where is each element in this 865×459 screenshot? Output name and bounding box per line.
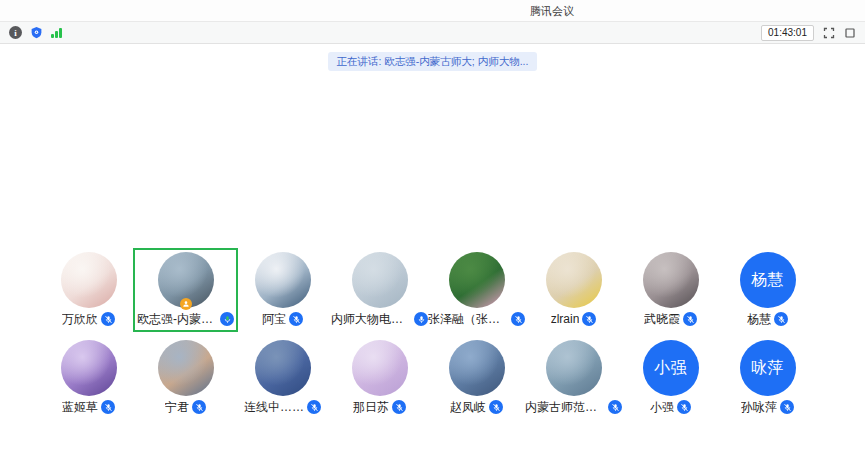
- participant-avatar: [61, 252, 117, 308]
- participant-grid: 万欣欣 欧志强-内蒙古师... 阿宝: [40, 252, 816, 416]
- participant-avatar: [158, 340, 214, 396]
- network-signal-icon[interactable]: [51, 27, 62, 38]
- participant-tile[interactable]: 连线中……: [234, 340, 331, 416]
- participant-name-row: 张泽融（张院生）: [428, 312, 525, 326]
- toolbar-right-group: 01:43:01: [761, 25, 856, 41]
- mic-status-icon: [289, 312, 303, 326]
- participant-name: 张泽融（张院生）: [428, 312, 508, 326]
- participant-tile[interactable]: 那日苏: [331, 340, 428, 416]
- participant-avatar: [61, 340, 117, 396]
- mic-status-icon: [511, 312, 525, 326]
- participant-name-row: 欧志强-内蒙古师...: [137, 312, 234, 326]
- window-title: 腾讯会议: [530, 4, 574, 19]
- participant-avatar: [546, 252, 602, 308]
- mic-status-icon: [780, 400, 794, 414]
- participant-tile[interactable]: 赵凤岐: [428, 340, 525, 416]
- meeting-window: 腾讯会议 i 01:43:01: [0, 0, 865, 459]
- participant-name-row: 内师大物电院巴...: [331, 312, 428, 326]
- participant-name-row: 蓝姬草: [62, 400, 115, 414]
- participant-name: 那日苏: [353, 400, 389, 414]
- mic-status-icon: [677, 400, 691, 414]
- participant-name: 内蒙古师范大学...: [525, 400, 605, 414]
- participant-name: 宁君: [165, 400, 189, 414]
- mic-status-icon: [101, 400, 115, 414]
- participant-avatar: 小强: [643, 340, 699, 396]
- participant-name: 阿宝: [262, 312, 286, 326]
- fullscreen-icon[interactable]: [823, 27, 835, 39]
- participant-tile[interactable]: 宁君: [137, 340, 234, 416]
- mic-status-icon: [192, 400, 206, 414]
- participant-name-row: 赵凤岐: [450, 400, 503, 414]
- participant-tile[interactable]: 杨慧 杨慧: [719, 252, 816, 328]
- speaking-banner: 正在讲话: 欧志强-内蒙古师大; 内师大物...: [328, 52, 538, 71]
- titlebar: 腾讯会议: [0, 0, 865, 21]
- participant-tile[interactable]: zlrain: [525, 252, 622, 328]
- participant-name-row: 杨慧: [747, 312, 788, 326]
- participant-avatar: [352, 252, 408, 308]
- mic-status-icon: [582, 312, 596, 326]
- participant-tile[interactable]: 万欣欣: [40, 252, 137, 328]
- participant-avatar: [449, 340, 505, 396]
- participant-name: 孙咏萍: [741, 400, 777, 414]
- mic-status-icon: [683, 312, 697, 326]
- participant-name: 小强: [650, 400, 674, 414]
- participant-name-row: 内蒙古师范大学...: [525, 400, 622, 414]
- participant-avatar: [449, 252, 505, 308]
- mic-status-icon: [774, 312, 788, 326]
- mic-status-icon: [392, 400, 406, 414]
- participant-name-row: 小强: [650, 400, 691, 414]
- participant-name: 蓝姬草: [62, 400, 98, 414]
- mic-status-icon: [220, 312, 234, 326]
- participant-tile[interactable]: 蓝姬草: [40, 340, 137, 416]
- participant-name-row: 万欣欣: [62, 312, 115, 326]
- participant-avatar: 杨慧: [740, 252, 796, 308]
- participant-name: 欧志强-内蒙古师...: [137, 312, 217, 326]
- participant-tile[interactable]: 张泽融（张院生）: [428, 252, 525, 328]
- participant-avatar: [255, 252, 311, 308]
- meeting-info-icon[interactable]: i: [9, 26, 22, 39]
- participant-tile[interactable]: 咏萍 孙咏萍: [719, 340, 816, 416]
- mic-status-icon: [608, 400, 622, 414]
- participant-tile[interactable]: 内蒙古师范大学...: [525, 340, 622, 416]
- participant-name-row: 那日苏: [353, 400, 406, 414]
- security-shield-icon[interactable]: [30, 26, 43, 39]
- participant-tile[interactable]: 小强 小强: [622, 340, 719, 416]
- host-badge-icon: [180, 298, 192, 310]
- toolbar: i 01:43:01: [0, 21, 865, 44]
- participant-name: 武晓霞: [644, 312, 680, 326]
- participant-name: 连线中……: [244, 400, 304, 414]
- participant-name: 万欣欣: [62, 312, 98, 326]
- participant-avatar: 咏萍: [740, 340, 796, 396]
- participant-avatar: [643, 252, 699, 308]
- participant-tile[interactable]: 武晓霞: [622, 252, 719, 328]
- participant-name: 杨慧: [747, 312, 771, 326]
- participant-name: 赵凤岐: [450, 400, 486, 414]
- layout-view-icon[interactable]: [844, 27, 856, 39]
- participant-avatar: [352, 340, 408, 396]
- participant-tile[interactable]: 欧志强-内蒙古师...: [137, 252, 234, 328]
- mic-status-icon: [489, 400, 503, 414]
- participant-avatar: [158, 252, 214, 308]
- participant-name-row: 孙咏萍: [741, 400, 794, 414]
- participant-avatar: [546, 340, 602, 396]
- toolbar-left-group: i: [9, 26, 62, 39]
- participant-name-row: 连线中……: [244, 400, 321, 414]
- participant-name-row: 阿宝: [262, 312, 303, 326]
- mic-status-icon: [101, 312, 115, 326]
- mic-status-icon: [414, 312, 428, 326]
- participant-name-row: 宁君: [165, 400, 206, 414]
- participant-tile[interactable]: 阿宝: [234, 252, 331, 328]
- meeting-timer: 01:43:01: [761, 25, 814, 41]
- participant-name-row: 武晓霞: [644, 312, 697, 326]
- participant-name: 内师大物电院巴...: [331, 312, 411, 326]
- participant-name-row: zlrain: [551, 312, 597, 326]
- participant-avatar: [255, 340, 311, 396]
- participant-tile[interactable]: 内师大物电院巴...: [331, 252, 428, 328]
- mic-status-icon: [307, 400, 321, 414]
- participant-name: zlrain: [551, 312, 580, 326]
